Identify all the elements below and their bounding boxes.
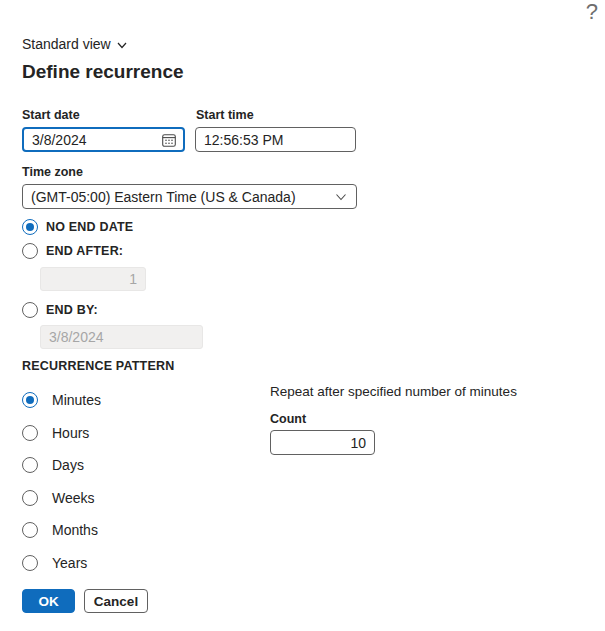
recurrence-pattern-radio-group: Minutes Hours Days Weeks Months Years: [22, 392, 101, 571]
radio-minutes[interactable]: Minutes: [22, 392, 101, 408]
end-by-label: END BY:: [46, 303, 98, 317]
minutes-label: Minutes: [52, 392, 101, 408]
no-end-date-label: NO END DATE: [46, 220, 133, 234]
radio-button-icon[interactable]: [22, 219, 38, 235]
start-time-label: Start time: [196, 108, 254, 122]
radio-button-icon[interactable]: [22, 302, 38, 318]
hours-label: Hours: [52, 425, 89, 441]
count-label: Count: [270, 412, 306, 426]
years-label: Years: [52, 555, 87, 571]
radio-button-icon[interactable]: [22, 392, 38, 408]
start-date-label: Start date: [22, 108, 80, 122]
calendar-icon[interactable]: [160, 131, 178, 149]
radio-months[interactable]: Months: [22, 522, 101, 538]
time-zone-label: Time zone: [22, 165, 83, 179]
define-recurrence-dialog: ? Standard view Define recurrence Start …: [0, 0, 605, 631]
radio-button-icon[interactable]: [22, 522, 38, 538]
radio-button-icon[interactable]: [22, 555, 38, 571]
ok-button[interactable]: OK: [22, 589, 75, 613]
view-selector-dropdown[interactable]: Standard view: [22, 36, 128, 52]
radio-no-end-date[interactable]: NO END DATE: [22, 219, 133, 235]
repeat-description: Repeat after specified number of minutes: [270, 384, 517, 399]
recurrence-pattern-heading: RECURRENCE PATTERN: [22, 359, 174, 373]
chevron-down-icon: [334, 190, 348, 204]
radio-button-icon[interactable]: [22, 243, 38, 259]
end-by-date-input: [40, 325, 203, 349]
end-after-label: END AFTER:: [46, 244, 123, 258]
chevron-down-icon: [116, 37, 128, 51]
count-input[interactable]: [270, 430, 375, 455]
radio-end-by[interactable]: END BY:: [22, 302, 98, 318]
months-label: Months: [52, 522, 98, 538]
radio-button-icon[interactable]: [22, 490, 38, 506]
days-label: Days: [52, 457, 84, 473]
page-title: Define recurrence: [22, 61, 184, 83]
radio-button-icon[interactable]: [22, 457, 38, 473]
radio-button-icon[interactable]: [22, 425, 38, 441]
help-icon[interactable]: ?: [586, 0, 598, 24]
radio-days[interactable]: Days: [22, 457, 101, 473]
radio-hours[interactable]: Hours: [22, 425, 101, 441]
weeks-label: Weeks: [52, 490, 95, 506]
start-time-input[interactable]: [195, 127, 356, 152]
cancel-button[interactable]: Cancel: [84, 589, 148, 613]
radio-weeks[interactable]: Weeks: [22, 490, 101, 506]
time-zone-value: (GMT-05:00) Eastern Time (US & Canada): [31, 189, 334, 205]
end-after-count-input: [40, 267, 146, 291]
time-zone-select[interactable]: (GMT-05:00) Eastern Time (US & Canada): [22, 184, 357, 209]
view-selector-label: Standard view: [22, 36, 111, 52]
radio-years[interactable]: Years: [22, 555, 101, 571]
radio-end-after[interactable]: END AFTER:: [22, 243, 123, 259]
